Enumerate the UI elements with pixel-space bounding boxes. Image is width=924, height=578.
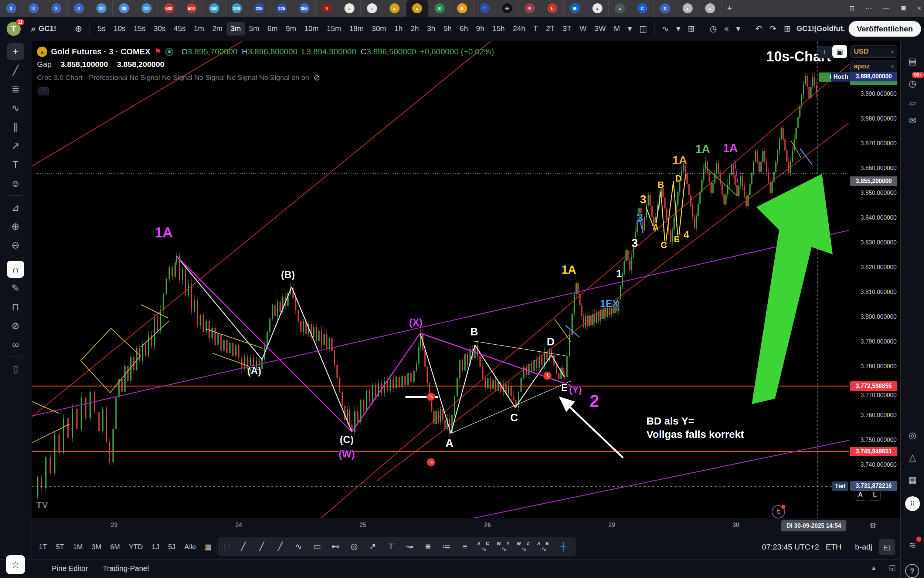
- arrow-marker-tool[interactable]: ↗: [7, 137, 24, 154]
- layout-name[interactable]: GC1!(Goldfut.: [796, 24, 845, 33]
- timeframe-2h[interactable]: 2h: [406, 22, 423, 36]
- add-symbol-button[interactable]: ⊕: [71, 21, 86, 36]
- wave-tool-WY[interactable]: W Y∿: [495, 538, 514, 555]
- more-icon[interactable]: ⋯: [866, 5, 872, 12]
- replay-icon[interactable]: «: [720, 22, 732, 36]
- layers-icon[interactable]: ▱: [905, 96, 920, 110]
- range-1M[interactable]: 1M: [69, 541, 86, 553]
- browser-tab-28[interactable]: ▲: [609, 0, 631, 17]
- timeframe-2m[interactable]: 2m: [208, 22, 227, 36]
- hide-drawings-tool[interactable]: ⊘: [7, 317, 24, 334]
- rectangle-draw-icon[interactable]: ▭: [308, 538, 326, 555]
- range-3M[interactable]: 3M: [88, 541, 105, 553]
- time-axis[interactable]: Di 30-09-2025 14:54 ⚙ 232425262930: [31, 518, 900, 534]
- ruler-tool[interactable]: ⊿: [7, 199, 24, 216]
- remove-drawings-tool[interactable]: ▯: [7, 360, 24, 377]
- symbol-title[interactable]: Gold Futures · 3 · COMEX: [51, 47, 150, 57]
- range-1T[interactable]: 1T: [35, 541, 51, 553]
- ray-draw-icon[interactable]: ╱: [253, 538, 270, 555]
- log-scale-button[interactable]: L: [869, 489, 881, 501]
- browser-tab-22[interactable]: *: [473, 0, 496, 17]
- range-5T[interactable]: 5T: [52, 541, 68, 553]
- wave-tool-AE[interactable]: A E∿: [534, 538, 553, 555]
- crosshair-style-icon[interactable]: ┼: [554, 538, 572, 555]
- browser-tab-27[interactable]: ▲: [586, 0, 609, 17]
- undo-icon[interactable]: ↶: [752, 22, 766, 36]
- browser-tab-12[interactable]: 225: [248, 0, 270, 17]
- indicators-icon[interactable]: ∿: [658, 22, 672, 36]
- timeframe-24h[interactable]: 24h: [509, 22, 529, 36]
- panel-chevron-up[interactable]: ▴: [872, 563, 875, 572]
- timeframe-18m[interactable]: 18m: [345, 22, 368, 36]
- pin-draw-icon[interactable]: ◎: [345, 538, 363, 555]
- alert-icon[interactable]: ◷: [706, 22, 720, 36]
- browser-tab-24[interactable]: ★: [519, 0, 541, 17]
- elliott-pattern-tool[interactable]: ∿: [7, 99, 24, 117]
- trendline-tool[interactable]: ╱: [7, 62, 24, 79]
- browser-tab-19[interactable]: ▲: [406, 0, 428, 17]
- range-Alle[interactable]: Alle: [181, 541, 200, 553]
- help-icon[interactable]: ?: [905, 564, 919, 578]
- screenshot-button[interactable]: ▣: [832, 45, 847, 58]
- arrow-draw-icon[interactable]: ↗: [364, 538, 382, 555]
- minimize-icon[interactable]: —: [883, 5, 889, 12]
- adjust-label[interactable]: b-adj: [855, 542, 872, 551]
- browser-tab-25[interactable]: L: [541, 0, 564, 17]
- timeframe-chevron-icon[interactable]: ▾: [624, 22, 635, 36]
- browser-tab-29[interactable]: C: [631, 0, 654, 17]
- browser-tab-5[interactable]: 30: [90, 0, 113, 17]
- calendar-icon[interactable]: ▦: [905, 472, 920, 487]
- timeframe-5s[interactable]: 5s: [94, 22, 109, 36]
- symbol-search[interactable]: ⌕ GC1!: [31, 24, 56, 34]
- maximize-pane-button[interactable]: ◱: [879, 539, 895, 555]
- browser-tab-7[interactable]: 30: [135, 0, 158, 17]
- browser-tab-3[interactable]: X: [45, 0, 68, 17]
- trading-panel-link[interactable]: Trading-Panel: [103, 564, 149, 573]
- timeframe-5m[interactable]: 5m: [245, 22, 264, 36]
- layout-grid-icon[interactable]: ⊞: [684, 22, 698, 36]
- eye-off-icon[interactable]: ⊘: [314, 73, 320, 82]
- timeframe-1m[interactable]: 1m: [189, 22, 208, 36]
- timeframe-15s[interactable]: 15s: [130, 22, 150, 36]
- zoom-in-tool[interactable]: ⊕: [7, 218, 24, 235]
- browser-tab-8[interactable]: 500: [158, 0, 180, 17]
- browser-tab-9[interactable]: 500: [180, 0, 203, 17]
- sync-drawings-tool[interactable]: ∞: [7, 336, 24, 353]
- text-tool[interactable]: T: [7, 156, 24, 173]
- browser-tab-23[interactable]: ◎: [496, 0, 519, 17]
- line-draw-icon[interactable]: ╱: [271, 538, 289, 555]
- auto-scale-button[interactable]: A: [854, 489, 866, 501]
- timeframe-3m[interactable]: 3m: [227, 22, 245, 36]
- market-status-icon[interactable]: [165, 48, 173, 56]
- hray-draw-icon[interactable]: ⊷: [327, 538, 345, 555]
- tradingview-logo[interactable]: TV: [36, 500, 49, 510]
- fullscreen-icon[interactable]: ◱: [889, 563, 896, 572]
- avatar[interactable]: T 11: [6, 22, 21, 36]
- timeframe-6h[interactable]: 6h: [456, 22, 472, 36]
- timeframe-9m[interactable]: 9m: [282, 22, 300, 36]
- browser-tab-21[interactable]: B: [451, 0, 473, 17]
- gear-icon[interactable]: ⚙: [870, 521, 876, 530]
- lock-drawings-tool[interactable]: ⊓: [7, 299, 24, 315]
- chart-type-icon[interactable]: ◫: [636, 22, 651, 36]
- browser-tab-13[interactable]: 225: [270, 0, 293, 17]
- timeframe-10m[interactable]: 10m: [300, 22, 323, 36]
- pitchfork-draw-icon[interactable]: ⋇: [419, 538, 437, 555]
- magnet-tool[interactable]: ∩: [7, 261, 24, 278]
- redo-icon[interactable]: ↷: [766, 22, 780, 36]
- browser-tab-32[interactable]: ▲: [699, 0, 722, 17]
- marker-draw-icon[interactable]: ↝: [401, 538, 418, 555]
- range-1J[interactable]: 1J: [148, 541, 163, 553]
- scanner-icon[interactable]: ◎: [905, 428, 920, 443]
- browser-tab-15[interactable]: ‖: [316, 0, 338, 17]
- projection-tool[interactable]: ∥: [7, 119, 24, 135]
- timeframe-15m[interactable]: 15m: [323, 22, 345, 36]
- text-draw-icon[interactable]: T: [382, 538, 400, 555]
- timeframe-W[interactable]: W: [576, 22, 591, 36]
- timeframe-15h[interactable]: 15h: [488, 22, 508, 36]
- browser-tab-16[interactable]: ▲: [338, 0, 361, 17]
- favorites-star-button[interactable]: ☆: [6, 555, 25, 574]
- timeframe-5h[interactable]: 5h: [439, 22, 456, 36]
- session-label[interactable]: ETH: [826, 542, 841, 551]
- range-5J[interactable]: 5J: [165, 541, 179, 553]
